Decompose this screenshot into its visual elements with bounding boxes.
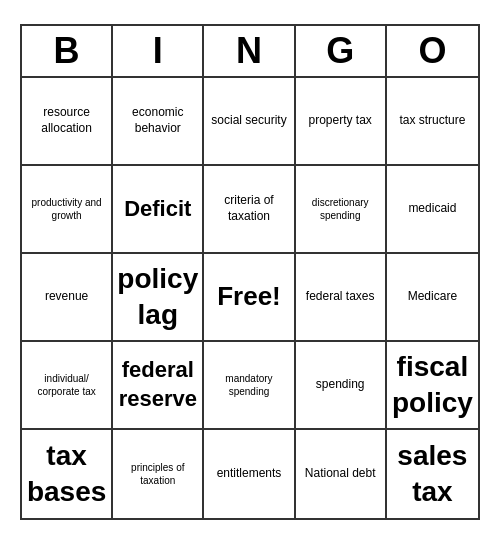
bingo-cell-2: social security <box>204 78 295 166</box>
bingo-cell-7: criteria of taxation <box>204 166 295 254</box>
bingo-cell-8: discretionary spending <box>296 166 387 254</box>
bingo-cell-21: principles of taxation <box>113 430 204 518</box>
header-letter-i: I <box>113 26 204 76</box>
bingo-cell-13: federal taxes <box>296 254 387 342</box>
bingo-cell-10: revenue <box>22 254 113 342</box>
bingo-card: BINGO resource allocationeconomic behavi… <box>20 24 480 520</box>
bingo-cell-20: tax bases <box>22 430 113 518</box>
bingo-cell-15: individual/ corporate tax <box>22 342 113 430</box>
header-letter-b: B <box>22 26 113 76</box>
bingo-cell-22: entitlements <box>204 430 295 518</box>
bingo-cell-6: Deficit <box>113 166 204 254</box>
bingo-cell-17: mandatory spending <box>204 342 295 430</box>
bingo-cell-1: economic behavior <box>113 78 204 166</box>
bingo-cell-23: National debt <box>296 430 387 518</box>
bingo-cell-0: resource allocation <box>22 78 113 166</box>
bingo-cell-12: Free! <box>204 254 295 342</box>
bingo-grid: resource allocationeconomic behaviorsoci… <box>22 78 478 518</box>
bingo-cell-18: spending <box>296 342 387 430</box>
bingo-cell-9: medicaid <box>387 166 478 254</box>
header-letter-n: N <box>204 26 295 76</box>
bingo-header: BINGO <box>22 26 478 78</box>
header-letter-g: G <box>296 26 387 76</box>
bingo-cell-14: Medicare <box>387 254 478 342</box>
bingo-cell-5: productivity and growth <box>22 166 113 254</box>
bingo-cell-3: property tax <box>296 78 387 166</box>
bingo-cell-24: sales tax <box>387 430 478 518</box>
bingo-cell-19: fiscal policy <box>387 342 478 430</box>
bingo-cell-11: policy lag <box>113 254 204 342</box>
bingo-cell-16: federal reserve <box>113 342 204 430</box>
bingo-cell-4: tax structure <box>387 78 478 166</box>
header-letter-o: O <box>387 26 478 76</box>
